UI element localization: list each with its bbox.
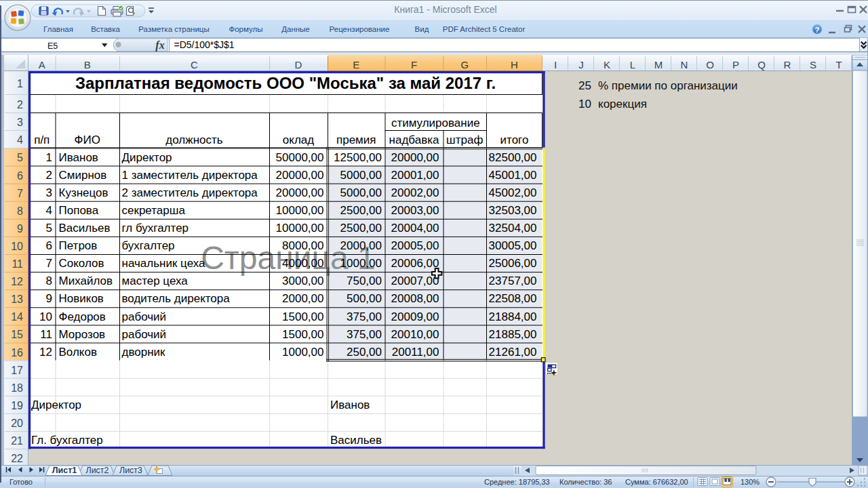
svg-text:11: 11 — [12, 258, 23, 270]
svg-text:секретарша: секретарша — [122, 204, 186, 217]
svg-text:3000,00: 3000,00 — [282, 274, 323, 287]
svg-text:7: 7 — [46, 257, 52, 270]
svg-text:1000,00: 1000,00 — [282, 346, 323, 359]
svg-text:21884,00: 21884,00 — [489, 310, 537, 323]
svg-text:12500,00: 12500,00 — [334, 151, 382, 164]
svg-text:25006,00: 25006,00 — [489, 257, 537, 270]
svg-text:Васильев: Васильев — [59, 222, 111, 235]
svg-text:штраф: штраф — [446, 134, 483, 146]
svg-text:% премии по организации: % премии по организации — [598, 79, 738, 92]
svg-text:F: F — [411, 59, 417, 70]
svg-text:10: 10 — [39, 310, 52, 323]
svg-text:Количество: 36: Количество: 36 — [559, 478, 612, 486]
svg-text:2500,00: 2500,00 — [340, 204, 382, 217]
svg-text:10000,00: 10000,00 — [276, 204, 324, 217]
svg-text:S: S — [810, 59, 816, 70]
svg-text:8: 8 — [46, 274, 52, 287]
svg-text:P: P — [732, 59, 739, 70]
svg-text:20006,00: 20006,00 — [391, 257, 439, 270]
svg-text:T: T — [835, 59, 842, 70]
svg-text:1 заместитель директора: 1 заместитель директора — [122, 169, 258, 182]
svg-text:Попова: Попова — [59, 204, 99, 217]
svg-text:PDF Architect 5 Creator: PDF Architect 5 Creator — [443, 25, 526, 33]
svg-text:Среднее: 18795,33: Среднее: 18795,33 — [484, 478, 550, 486]
svg-text:130%: 130% — [741, 478, 760, 486]
svg-text:N: N — [681, 59, 688, 70]
svg-text:корекция: корекция — [598, 98, 647, 110]
svg-text:B: B — [84, 59, 91, 70]
svg-text:1500,00: 1500,00 — [282, 328, 323, 341]
svg-text:5000,00: 5000,00 — [340, 169, 382, 182]
svg-text:Книга1 - Microsoft Excel: Книга1 - Microsoft Excel — [394, 4, 496, 15]
svg-text:рабочий: рабочий — [122, 328, 167, 341]
svg-text:Готово: Готово — [9, 478, 33, 486]
svg-text:82500,00: 82500,00 — [489, 151, 537, 164]
svg-text:3: 3 — [17, 117, 23, 128]
svg-text:250,00: 250,00 — [347, 346, 382, 359]
svg-text:2500,00: 2500,00 — [340, 222, 382, 235]
svg-text:21261,00: 21261,00 — [489, 346, 537, 359]
svg-text:10000,00: 10000,00 — [276, 222, 324, 235]
svg-text:водитель директора: водитель директора — [122, 292, 231, 305]
svg-text:22: 22 — [11, 453, 23, 464]
svg-text:D: D — [295, 59, 302, 70]
svg-text:9: 9 — [17, 223, 23, 235]
svg-text:20: 20 — [11, 418, 23, 429]
svg-text:11: 11 — [40, 328, 52, 341]
svg-text:Смирнов: Смирнов — [59, 169, 107, 182]
svg-text:Морозов: Морозов — [59, 328, 106, 341]
svg-text:6: 6 — [17, 170, 23, 182]
svg-text:I: I — [554, 59, 557, 70]
svg-text:Соколов: Соколов — [59, 257, 104, 270]
svg-text:45002,00: 45002,00 — [489, 186, 537, 199]
svg-text:Иванов: Иванов — [330, 399, 370, 411]
svg-text:E5: E5 — [47, 41, 58, 51]
svg-text:бухгалтер: бухгалтер — [122, 239, 175, 252]
svg-text:Директор: Директор — [122, 151, 172, 164]
svg-text:14: 14 — [11, 311, 23, 323]
svg-text:3: 3 — [46, 186, 52, 199]
svg-text:2000,00: 2000,00 — [340, 239, 382, 252]
svg-text:23757,00: 23757,00 — [489, 274, 537, 287]
svg-text:18: 18 — [11, 382, 23, 394]
svg-text:Лист2: Лист2 — [85, 466, 108, 475]
svg-text:20005,00: 20005,00 — [391, 239, 439, 252]
svg-text:9: 9 — [46, 292, 52, 305]
svg-text:E: E — [353, 59, 359, 70]
svg-text:H: H — [511, 59, 518, 70]
svg-text:Рецензирование: Рецензирование — [330, 25, 390, 33]
svg-text:8: 8 — [17, 205, 23, 217]
svg-text:Гл. бухгалтер: Гл. бухгалтер — [31, 434, 103, 447]
svg-text:6: 6 — [46, 239, 52, 252]
svg-text:стимулирование: стимулирование — [391, 117, 480, 129]
svg-text:Вставка: Вставка — [91, 25, 120, 33]
svg-text:17: 17 — [11, 365, 23, 376]
svg-text:12: 12 — [39, 346, 52, 359]
svg-text:750,00: 750,00 — [347, 274, 382, 287]
svg-text:10: 10 — [578, 98, 591, 110]
svg-text:20010,00: 20010,00 — [391, 328, 439, 341]
svg-text:Вид: Вид — [415, 25, 429, 33]
svg-text:50000,00: 50000,00 — [276, 151, 324, 164]
svg-text:5: 5 — [46, 222, 52, 235]
svg-text:должность: должность — [165, 134, 222, 146]
svg-text:Петров: Петров — [59, 239, 98, 252]
svg-text:10: 10 — [11, 241, 23, 252]
svg-text:20003,00: 20003,00 — [391, 204, 439, 217]
svg-text:Разметка страницы: Разметка страницы — [138, 25, 209, 33]
svg-text:16: 16 — [11, 347, 23, 359]
svg-text:Волков: Волков — [59, 346, 97, 359]
svg-text:7: 7 — [17, 188, 23, 199]
svg-text:1: 1 — [46, 151, 52, 164]
svg-text:Данные: Данные — [281, 25, 310, 33]
svg-text:C: C — [191, 59, 198, 70]
svg-text:1: 1 — [17, 78, 23, 89]
svg-text:Формулы: Формулы — [229, 25, 262, 33]
svg-text:32504,00: 32504,00 — [489, 222, 537, 235]
svg-text:мастер цеха: мастер цеха — [122, 274, 189, 287]
svg-text:12: 12 — [11, 276, 23, 287]
svg-text:20009,00: 20009,00 — [391, 310, 439, 323]
svg-text:Федоров: Федоров — [59, 310, 106, 323]
svg-text:Зарплатная ведомость ООО "Мось: Зарплатная ведомость ООО "Моська" за май… — [75, 74, 496, 92]
svg-text:Лист3: Лист3 — [119, 466, 142, 475]
